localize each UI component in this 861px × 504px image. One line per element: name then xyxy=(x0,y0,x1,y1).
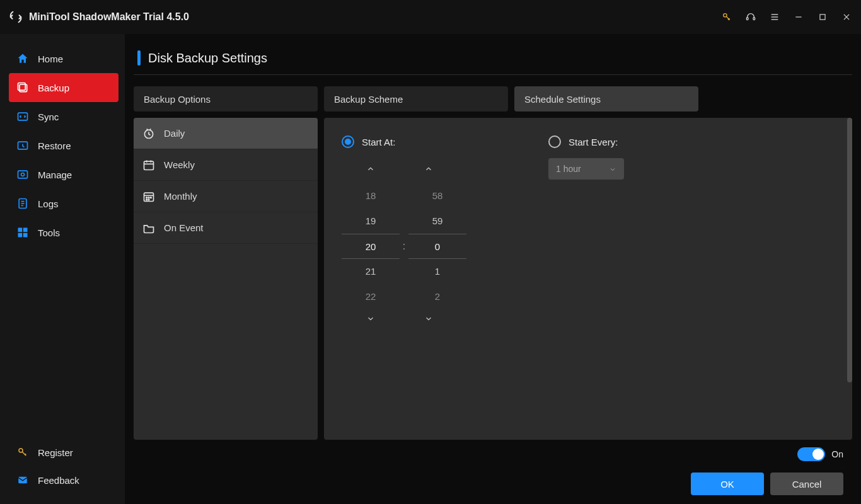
titlebar-controls xyxy=(721,11,852,23)
minute-decrease-button[interactable] xyxy=(400,309,458,328)
subtab-label: On Event xyxy=(164,222,204,233)
cancel-button[interactable]: Cancel xyxy=(770,472,843,495)
feedback-mail-icon xyxy=(16,474,29,486)
radio-circle-icon xyxy=(548,135,561,148)
sidebar-item-label: Sync xyxy=(38,112,59,122)
page-header: Disk Backup Settings xyxy=(134,47,852,75)
hour-increase-button[interactable] xyxy=(342,159,400,178)
titlebar-left: MiniTool ShadowMaker Trial 4.5.0 xyxy=(9,10,189,24)
subtab-label: Weekly xyxy=(164,159,195,170)
content-area: Disk Backup Settings Backup Options Back… xyxy=(125,34,861,504)
sidebar-item-label: Feedback xyxy=(38,475,79,486)
sidebar-item-tools[interactable]: Tools xyxy=(9,218,118,247)
svg-point-34 xyxy=(148,197,149,198)
interval-dropdown[interactable]: 1 hour xyxy=(548,158,624,180)
svg-rect-27 xyxy=(144,161,154,169)
clock-icon xyxy=(142,127,155,140)
tools-icon xyxy=(16,226,29,239)
tab-schedule-settings[interactable]: Schedule Settings xyxy=(514,86,698,112)
sync-icon xyxy=(16,110,29,123)
subtab-monthly[interactable]: Monthly xyxy=(134,181,318,212)
svg-point-36 xyxy=(146,199,147,200)
home-icon xyxy=(16,52,29,65)
tab-label: Backup Options xyxy=(144,94,211,105)
settings-tabs: Backup Options Backup Scheme Schedule Se… xyxy=(134,86,852,112)
hour-option: 18 xyxy=(342,183,400,209)
sidebar-item-manage[interactable]: Manage xyxy=(9,160,118,189)
sidebar-item-sync[interactable]: Sync xyxy=(9,102,118,131)
svg-point-33 xyxy=(146,197,147,198)
ok-button[interactable]: OK xyxy=(691,472,764,495)
app-logo-icon xyxy=(9,10,23,24)
maximize-icon[interactable] xyxy=(817,11,828,23)
support-icon[interactable] xyxy=(745,11,756,23)
close-icon[interactable] xyxy=(841,11,852,23)
subtab-label: Monthly xyxy=(164,191,197,202)
upgrade-key-icon[interactable] xyxy=(721,11,732,23)
hour-decrease-button[interactable] xyxy=(342,309,400,328)
dropdown-value: 1 hour xyxy=(556,164,581,174)
tab-backup-scheme[interactable]: Backup Scheme xyxy=(324,86,508,112)
tab-backup-options[interactable]: Backup Options xyxy=(134,86,318,112)
svg-point-0 xyxy=(724,14,727,17)
schedule-enabled-toggle[interactable] xyxy=(797,447,825,461)
svg-rect-7 xyxy=(820,14,825,20)
chevron-down-icon xyxy=(609,165,616,173)
minute-selected: 0 xyxy=(408,234,466,259)
radio-start-at[interactable]: Start At: xyxy=(342,135,466,148)
subtab-label: Daily xyxy=(164,128,185,139)
radio-label: Start At: xyxy=(362,137,395,147)
hour-option: 21 xyxy=(342,259,400,284)
calendar-week-icon xyxy=(142,159,155,171)
time-picker: 18 19 20 21 22 : xyxy=(342,159,466,328)
sidebar-item-label: Tools xyxy=(38,227,60,238)
svg-rect-21 xyxy=(23,228,28,232)
svg-point-24 xyxy=(19,449,23,452)
toggle-label: On xyxy=(831,449,843,459)
sidebar-item-label: Restore xyxy=(38,140,71,151)
radio-circle-icon xyxy=(342,135,354,148)
register-key-icon xyxy=(16,446,29,459)
hour-option: 22 xyxy=(342,284,400,309)
titlebar: MiniTool ShadowMaker Trial 4.5.0 xyxy=(0,0,861,34)
subtab-on-event[interactable]: On Event xyxy=(134,212,318,244)
hour-wheel[interactable]: 18 19 20 21 22 xyxy=(342,183,400,309)
sidebar-item-label: Home xyxy=(38,54,63,64)
sidebar-item-label: Backup xyxy=(38,83,69,93)
minute-option: 58 xyxy=(408,183,466,209)
sidebar-item-backup[interactable]: Backup xyxy=(9,73,118,102)
manage-icon xyxy=(16,168,29,181)
sidebar-item-restore[interactable]: Restore xyxy=(9,131,118,160)
svg-rect-1 xyxy=(746,18,748,20)
restore-icon xyxy=(16,139,29,152)
minute-option: 1 xyxy=(408,259,466,284)
sidebar-item-logs[interactable]: Logs xyxy=(9,189,118,218)
svg-point-35 xyxy=(151,197,152,198)
schedule-subtabs-panel: Daily Weekly Monthly On Event xyxy=(134,118,318,440)
minute-option: 2 xyxy=(408,284,466,309)
footer: On OK Cancel xyxy=(134,440,852,495)
minute-wheel[interactable]: 58 59 0 1 2 xyxy=(408,183,466,309)
radio-start-every[interactable]: Start Every: xyxy=(548,135,624,148)
sidebar-item-feedback[interactable]: Feedback xyxy=(9,466,118,494)
svg-point-15 xyxy=(21,173,25,176)
sidebar-item-home[interactable]: Home xyxy=(9,44,118,73)
subtab-weekly[interactable]: Weekly xyxy=(134,149,318,181)
svg-rect-22 xyxy=(18,233,23,238)
svg-rect-20 xyxy=(18,228,23,232)
sidebar-item-register[interactable]: Register xyxy=(9,438,118,466)
subtab-daily[interactable]: Daily xyxy=(134,118,318,149)
radio-label: Start Every: xyxy=(569,137,618,147)
sidebar: Home Backup Sync Restore Manage Logs xyxy=(0,34,125,504)
sidebar-item-label: Register xyxy=(38,447,73,458)
sidebar-item-label: Logs xyxy=(38,198,59,209)
calendar-month-icon xyxy=(142,190,155,203)
logs-icon xyxy=(16,197,29,210)
app-title: MiniTool ShadowMaker Trial 4.5.0 xyxy=(29,11,189,23)
minimize-icon[interactable] xyxy=(793,11,804,23)
tab-label: Schedule Settings xyxy=(524,94,601,105)
backup-icon xyxy=(16,81,29,94)
menu-icon[interactable] xyxy=(769,11,780,23)
minute-increase-button[interactable] xyxy=(400,159,458,178)
svg-point-37 xyxy=(148,199,149,200)
